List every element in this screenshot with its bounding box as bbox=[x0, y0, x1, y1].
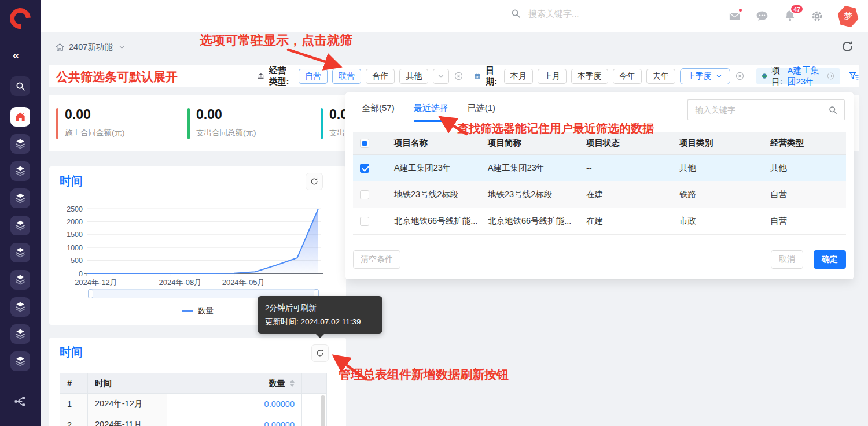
row-checkbox[interactable] bbox=[360, 217, 369, 226]
user-avatar[interactable]: 梦 bbox=[835, 3, 861, 29]
notifications-button[interactable]: 47 bbox=[783, 9, 797, 23]
sidebar-item-module-3[interactable] bbox=[10, 188, 30, 208]
chart-refresh-button[interactable] bbox=[306, 173, 323, 190]
sidebar-share-button[interactable] bbox=[13, 395, 27, 408]
search-icon bbox=[15, 81, 26, 92]
table-row[interactable]: 2 2024年-11月 0.00000 bbox=[60, 414, 327, 426]
summary-table-header: # 时间 数量 bbox=[60, 373, 327, 394]
filter-date-option-0[interactable]: 本月 bbox=[504, 69, 533, 84]
cell-value[interactable]: 0.00000 bbox=[167, 394, 302, 414]
panel-search-input[interactable] bbox=[687, 99, 821, 120]
filter-biz-option-0[interactable]: 自营 bbox=[299, 69, 328, 84]
mail-icon bbox=[728, 10, 741, 23]
global-search-input[interactable] bbox=[528, 9, 644, 18]
legend-label: 数量 bbox=[198, 306, 214, 316]
app-root: « bbox=[0, 0, 868, 426]
row-checkbox[interactable] bbox=[360, 190, 369, 199]
close-circle-icon bbox=[735, 71, 745, 81]
filter-biz-option-1[interactable]: 联营 bbox=[332, 69, 361, 84]
breadcrumb[interactable]: 2407新功能 bbox=[55, 42, 126, 53]
sidebar-item-module-8[interactable] bbox=[10, 324, 30, 344]
sidebar-item-module-4[interactable] bbox=[10, 216, 30, 235]
mail-dot-badge bbox=[739, 9, 742, 12]
sidebar-item-module-7[interactable] bbox=[10, 297, 30, 317]
cell-value[interactable]: 0.00000 bbox=[167, 414, 302, 426]
stat-label[interactable]: 支出合同总额(元) bbox=[196, 128, 256, 138]
tab-all[interactable]: 全部(57) bbox=[362, 103, 395, 120]
filter-date-clear-button[interactable] bbox=[735, 71, 745, 81]
sidebar: « bbox=[0, 0, 41, 426]
tab-selected[interactable]: 已选(1) bbox=[468, 103, 495, 120]
cell-biz-type: 自营 bbox=[763, 181, 846, 208]
confirm-button[interactable]: 确定 bbox=[814, 250, 846, 269]
table-scrollbar[interactable] bbox=[321, 395, 325, 426]
svg-text:2024年-05月: 2024年-05月 bbox=[222, 278, 265, 287]
panel-search-button[interactable] bbox=[821, 99, 845, 120]
sidebar-item-module-2[interactable] bbox=[10, 161, 30, 181]
project-table: 项目名称 项目简称 项目状态 项目类别 经营类型 A建工集团23年 A建工集团2… bbox=[353, 132, 846, 235]
filter-biz-clear-button[interactable] bbox=[454, 71, 464, 81]
cell-project-name: 地铁23号线2标段 bbox=[387, 181, 481, 208]
messages-button[interactable] bbox=[755, 9, 769, 23]
tooltip-line-1: 2分钟后可刷新 bbox=[265, 301, 375, 315]
stat-accent-bar bbox=[187, 108, 190, 139]
filter-date-dropdown[interactable]: 上季度 bbox=[680, 68, 730, 84]
page-refresh-button[interactable] bbox=[840, 39, 855, 54]
layers-icon bbox=[14, 274, 26, 286]
clear-conditions-button[interactable]: 清空条件 bbox=[353, 250, 400, 269]
stat-label[interactable]: 支出 bbox=[329, 128, 345, 138]
filter-date-option-2[interactable]: 本季度 bbox=[571, 69, 608, 84]
cell-biz-type: 自营 bbox=[763, 208, 846, 234]
filter-biz-more-button[interactable] bbox=[433, 69, 449, 84]
project-filter-tag[interactable]: 项目: A建工集团23年 bbox=[756, 68, 840, 84]
layers-icon bbox=[14, 247, 26, 258]
filter-biz-option-3[interactable]: 其他 bbox=[399, 69, 428, 84]
sidebar-item-home[interactable] bbox=[10, 107, 30, 127]
sidebar-collapse-button[interactable]: « bbox=[13, 49, 18, 62]
filter-date-option-1[interactable]: 上月 bbox=[538, 69, 567, 84]
table-row[interactable]: 1 2024年-12月 0.00000 bbox=[60, 394, 327, 414]
cancel-button[interactable]: 取消 bbox=[771, 250, 803, 269]
layers-icon bbox=[14, 192, 26, 204]
stat-label[interactable]: 施工合同金额(元) bbox=[65, 128, 125, 138]
select-all-checkbox[interactable] bbox=[360, 139, 369, 148]
share-nodes-icon bbox=[13, 395, 27, 408]
sidebar-item-module-9[interactable] bbox=[10, 351, 30, 371]
datazoom-left-handle[interactable] bbox=[88, 289, 93, 298]
stat-accent-bar bbox=[56, 108, 58, 139]
col-project-category: 项目类别 bbox=[672, 132, 763, 154]
line-chart[interactable]: 050010001500200025002024年-12月2024年-08月20… bbox=[49, 200, 346, 292]
filter-biz-option-2[interactable]: 合作 bbox=[366, 69, 395, 84]
chat-icon bbox=[755, 9, 769, 23]
project-clear-button[interactable] bbox=[826, 72, 835, 80]
breadcrumb-title: 2407新功能 bbox=[69, 42, 113, 53]
project-row[interactable]: 北京地铁66号线扩能... 北京地铁66号线扩能... 在建 市政 自营 bbox=[353, 208, 846, 235]
inbox-button[interactable] bbox=[728, 10, 741, 23]
bank-icon bbox=[258, 71, 264, 81]
sidebar-search-button[interactable] bbox=[10, 76, 30, 96]
cell-project-status: -- bbox=[579, 155, 672, 181]
project-row[interactable]: 地铁23号线2标段 地铁23号线2标段 在建 铁路 自营 bbox=[353, 181, 846, 208]
sidebar-item-module-5[interactable] bbox=[10, 243, 30, 262]
table-refresh-button[interactable] bbox=[311, 344, 329, 362]
row-checkbox[interactable] bbox=[360, 164, 369, 173]
filter-settings-button[interactable] bbox=[848, 71, 859, 82]
filter-date-option-4[interactable]: 去年 bbox=[646, 69, 675, 84]
sidebar-item-module-1[interactable] bbox=[10, 134, 30, 154]
project-row[interactable]: A建工集团23年 A建工集团23年 -- 其他 其他 bbox=[353, 155, 846, 181]
sidebar-item-module-6[interactable] bbox=[10, 270, 30, 290]
refresh-tooltip: 2分钟后可刷新 更新时间: 2024.07.02 11:39 bbox=[258, 296, 382, 334]
col-value[interactable]: 数量 bbox=[167, 373, 302, 394]
cell-project-category: 铁路 bbox=[672, 181, 763, 208]
col-value-label: 数量 bbox=[269, 378, 285, 389]
cell-project-short-name: 地铁23号线2标段 bbox=[481, 181, 579, 208]
chart-card-title: 时间 bbox=[60, 173, 83, 189]
app-logo-icon bbox=[6, 4, 35, 34]
col-time: 时间 bbox=[88, 373, 167, 394]
settings-button[interactable] bbox=[811, 10, 823, 23]
cell-project-name: 北京地铁66号线扩能... bbox=[387, 208, 481, 234]
tab-recent[interactable]: 最近选择 bbox=[414, 103, 448, 120]
svg-text:1000: 1000 bbox=[67, 244, 83, 252]
filter-date-option-3[interactable]: 今年 bbox=[613, 69, 642, 84]
sort-caret-icon[interactable] bbox=[290, 380, 295, 387]
